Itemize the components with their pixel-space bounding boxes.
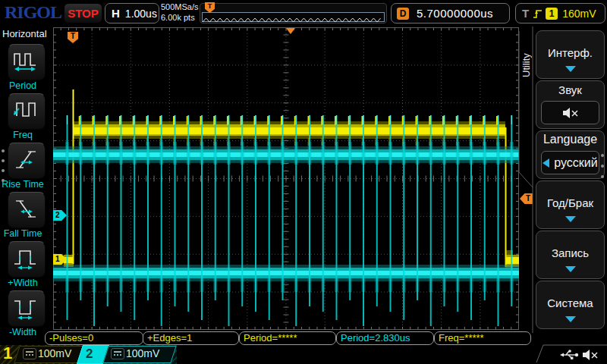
menu-item-label: Freq [0,130,46,140]
right-indicator-dot [601,175,604,178]
menu-item-pos-width[interactable] [8,241,46,278]
menu-item-label: Система [536,297,604,309]
menu-item-fall-time[interactable] [8,192,46,228]
freq-icon [12,98,39,124]
menu-item-god-brak[interactable]: Год/Брак [536,180,605,229]
speaker-muted-icon [581,347,601,362]
waveform-preview-box [200,3,387,24]
menu-item-label: Год/Брак [536,196,604,209]
h-label: H [112,7,120,20]
right-indicator-dot [601,154,604,157]
menu-item-language[interactable]: Language русский [536,130,605,179]
menu-item-label: Звук [536,83,604,96]
acquisition-info: 500MSa/s 6.00k pts [161,2,199,23]
menu-item-label: Запись [536,246,604,259]
trigger-box: T 1 160mV [515,3,605,24]
left-indicator-dot [2,179,5,182]
left-indicator-dot [2,149,5,152]
fall-time-icon [12,196,39,222]
horizontal-timebase-box: H 1.00us [105,3,159,24]
menu-item-label: Language [536,133,604,146]
menu-item-label: Fall Time [0,228,46,239]
usb-icon [560,349,580,361]
speaker-muted-icon [561,106,580,120]
channel-status-bar: 1 100mV 2 100mV [0,345,607,364]
menu-item-label: Интерф. [536,46,604,59]
memory-depth: 6.00k pts [161,12,199,23]
menu-item-rise-time[interactable] [8,143,46,179]
chevron-down-icon [565,266,576,272]
trigger-source-badge: 1 [546,8,558,20]
corner-divider [0,343,607,364]
right-indicator-dot [601,165,604,168]
graticule [53,27,519,330]
delay-box: D 5.70000000us [391,3,510,24]
language-value-box: русский [541,151,599,174]
menu-item-label: +Width [0,278,46,288]
sample-rate: 500MSa/s [161,2,199,12]
left-menu-title: Horizontal [2,28,47,39]
waveform-preview-strip [202,12,385,22]
language-value: русский [554,156,597,170]
left-indicator-dot [2,159,5,162]
trigger-label: T [522,7,529,20]
neg-width-icon [12,295,39,321]
trigger-position-triangle [286,28,295,34]
menu-item-neg-width[interactable] [8,290,46,327]
trigger-level-value: 160mV [562,8,596,20]
chevron-down-icon [565,316,576,322]
preview-wave [203,17,382,24]
chevron-down-icon [565,66,576,72]
menu-item-label: Period [0,80,46,91]
chevron-down-icon [565,216,576,222]
menu-item-label: -Width [0,327,46,337]
sound-value-box [541,101,599,124]
menu-item-period[interactable] [8,44,46,80]
rising-edge-icon [533,8,543,20]
left-indicator-dot [2,169,5,172]
chevron-left-icon [543,158,549,168]
menu-item-freq[interactable] [8,93,46,130]
menu-item-interface[interactable]: Интерф. [536,30,605,79]
rigol-logo: RIGOL [5,2,61,23]
utility-tab-label: Utility [521,39,532,77]
menu-item-label: Rise Time [0,179,46,190]
menu-item-system[interactable]: Система [536,281,605,329]
timebase-value: 1.00us [125,8,157,20]
menu-item-sound[interactable]: Звук [536,80,605,129]
menu-item-record[interactable]: Запись [536,231,605,279]
period-icon [12,49,39,74]
rise-time-icon [12,147,39,173]
delay-value: 5.70000000us [417,7,493,20]
oscilloscope-screen: RIGOL STOP H 1.00us 500MSa/s 6.00k pts T… [0,0,607,364]
delay-badge: D [397,8,409,20]
run-stop-status: STOP [64,3,102,24]
pos-width-icon [12,246,39,271]
